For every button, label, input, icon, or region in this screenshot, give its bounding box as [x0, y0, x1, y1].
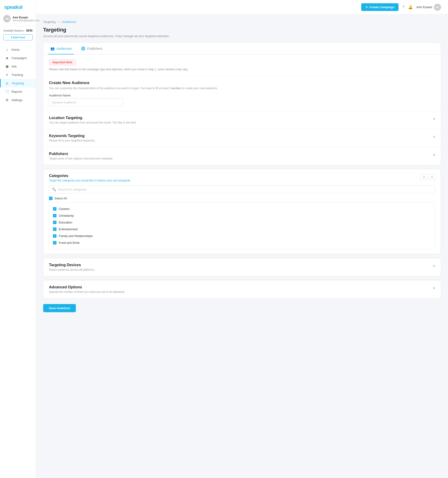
tabs: 👥 Audiences 🌐 Publishers	[43, 43, 441, 55]
categories-section: Categories Target the categories you wou…	[43, 169, 441, 254]
audience-name-input[interactable]	[49, 99, 124, 106]
categories-collapse-button[interactable]: ∧	[421, 174, 427, 180]
brand-name: speakol	[4, 4, 22, 10]
create-icon: ✦	[365, 5, 368, 9]
sidebar-item-reports[interactable]: 📄 Reports	[0, 87, 36, 96]
breadcrumb-current: Audiences	[62, 20, 76, 24]
publishers-tab-icon: 🌐	[81, 46, 86, 51]
food-drink-checkbox[interactable]: ✓	[53, 241, 56, 245]
nav-menu: ⌂ Home ◈ Campaigns ▣ Ads ≡ Tracking ◎ Ta…	[0, 43, 36, 478]
notification-icon[interactable]: 🔔	[408, 5, 413, 9]
entertainment-checkbox[interactable]: ✓	[53, 227, 56, 231]
keywords-targeting-title: Keywords Targeting	[49, 134, 95, 138]
targeting-icon: ◎	[5, 81, 9, 85]
sidebar: speakol AE Amr Essam amr.essam@speakol.c…	[0, 0, 36, 478]
list-item: ✓ Education	[53, 219, 431, 226]
sidebar-item-settings[interactable]: ⚙ Settings	[0, 96, 36, 104]
page-subtitle: Access all your previously saved targete…	[43, 34, 441, 38]
sidebar-item-home[interactable]: ⌂ Home	[0, 45, 36, 54]
sidebar-item-label: Campaigns	[12, 56, 27, 60]
category-label: Entertainment	[59, 227, 78, 231]
education-checkbox[interactable]: ✓	[53, 221, 56, 224]
publishers-header[interactable]: Publishers Target some of the regions mo…	[49, 152, 435, 160]
sidebar-item-campaigns[interactable]: ◈ Campaigns	[0, 54, 36, 62]
search-icon: 🔍	[52, 188, 56, 191]
publishers-desc: Target some of the regions most premium …	[49, 157, 113, 160]
category-label: Careers	[59, 207, 69, 211]
select-all-checkbox[interactable]: ✓	[49, 197, 53, 200]
breadcrumb-parent: Targeting	[43, 20, 55, 24]
balance-amount: $839	[26, 29, 33, 32]
breadcrumb: Targeting >> Audiences	[43, 20, 441, 24]
list-item: ✓ Christianity	[53, 212, 431, 219]
targeting-devices-chevron-icon: ∨	[433, 264, 435, 268]
help-icon[interactable]: ?	[402, 5, 404, 9]
tracking-icon: ≡	[5, 73, 9, 77]
targeting-devices-title: Targeting Devices	[49, 263, 95, 267]
sidebar-item-ads[interactable]: ▣ Ads	[0, 62, 36, 70]
categories-search-input[interactable]	[58, 188, 432, 191]
audiences-tab-icon: 👥	[50, 46, 55, 51]
sidebar-item-targeting[interactable]: ◎ Targeting	[0, 79, 36, 87]
campaigns-icon: ◈	[5, 56, 9, 60]
sidebar-item-tracking[interactable]: ≡ Tracking	[0, 70, 36, 79]
page-title: Targeting	[43, 27, 441, 33]
create-audience-section: Create New Audience You can customize th…	[49, 81, 435, 106]
topbar-avatar: AE	[434, 4, 441, 11]
topbar-username: Amr Essam	[417, 5, 432, 9]
tab-audiences[interactable]: 👥 Audiences	[48, 43, 74, 54]
create-campaign-button[interactable]: ✦ Create Campaign	[361, 3, 399, 11]
create-audience-title: Create New Audience	[49, 81, 435, 85]
select-all-label: Select All	[54, 197, 67, 200]
card-body: Important Note Please note that based on…	[43, 55, 441, 111]
categories-list: ✓ Careers ✓ Christianity ✓ Education ✓ E…	[49, 202, 435, 249]
main-card: 👥 Audiences 🌐 Publishers Important Note …	[43, 43, 441, 165]
location-chevron-icon: ∨	[433, 117, 435, 120]
ads-icon: ▣	[5, 64, 9, 68]
topbar-user[interactable]: Amr Essam AE	[417, 4, 441, 11]
keywords-targeting-desc: Please fill in your targetted keywords.	[49, 139, 95, 142]
create-audience-desc: You can customize the characteristics of…	[49, 87, 435, 90]
sidebar-item-label: Home	[12, 48, 20, 51]
advanced-options-inner: Advanced Options Specify the number of t…	[43, 280, 441, 298]
publishers-title: Publishers	[49, 152, 113, 156]
location-targeting-section: Location Targeting You can target audien…	[43, 111, 441, 129]
keywords-targeting-header[interactable]: Keywords Targeting Please fill in your t…	[49, 134, 435, 142]
tab-publishers[interactable]: 🌐 Publishers	[79, 43, 104, 54]
targeting-devices-section: Targeting Devices Reach audience across …	[43, 258, 441, 276]
user-info: AE Amr Essam amr.essam@speakol.com	[3, 15, 33, 22]
careers-checkbox[interactable]: ✓	[53, 207, 56, 211]
avatar: AE	[3, 15, 11, 22]
categories-search-box: 🔍	[49, 185, 435, 193]
list-item: ✓ Entertainment	[53, 226, 431, 233]
targeting-devices-header[interactable]: Targeting Devices Reach audience across …	[49, 263, 435, 271]
select-all-row: ✓ Select All	[49, 197, 435, 200]
important-note-badge: Important Note	[49, 59, 76, 65]
balance-section: Available Balance : $839 $ Add Fund	[0, 26, 36, 43]
targeting-devices-inner: Targeting Devices Reach audience across …	[43, 258, 441, 276]
balance-label: Available Balance :	[4, 29, 25, 32]
sidebar-item-label: Targeting	[12, 82, 24, 85]
reports-icon: 📄	[5, 90, 9, 93]
category-label: Family and Relationships	[59, 234, 93, 238]
category-label: Food and Drink	[59, 241, 80, 245]
category-label: Christianity	[59, 214, 74, 217]
settings-icon: ⚙	[5, 98, 9, 102]
keywords-targeting-section: Keywords Targeting Please fill in your t…	[43, 129, 441, 147]
location-targeting-title: Location Targeting	[49, 116, 136, 120]
home-icon: ⌂	[5, 48, 9, 51]
advanced-options-title: Advanced Options	[49, 285, 125, 289]
add-fund-button[interactable]: $ Add Fund	[3, 34, 33, 40]
location-targeting-header[interactable]: Location Targeting You can target audien…	[49, 116, 435, 124]
sidebar-item-label: Ads	[12, 65, 17, 68]
advanced-options-header[interactable]: Advanced Options Specify the number of t…	[49, 285, 435, 294]
save-audience-button[interactable]: Save Audeince	[43, 304, 76, 312]
list-item: ✓ Family and Relationships	[53, 233, 431, 239]
advanced-options-chevron-icon: ∨	[433, 286, 435, 290]
user-profile: AE Amr Essam amr.essam@speakol.com	[0, 13, 36, 26]
categories-title: Categories	[49, 174, 131, 178]
christianity-checkbox[interactable]: ✓	[53, 214, 56, 217]
family-relationships-checkbox[interactable]: ✓	[53, 234, 56, 238]
categories-expand-button[interactable]: ∧	[429, 174, 435, 180]
location-targeting-desc: You can target audience from all around …	[49, 121, 136, 124]
